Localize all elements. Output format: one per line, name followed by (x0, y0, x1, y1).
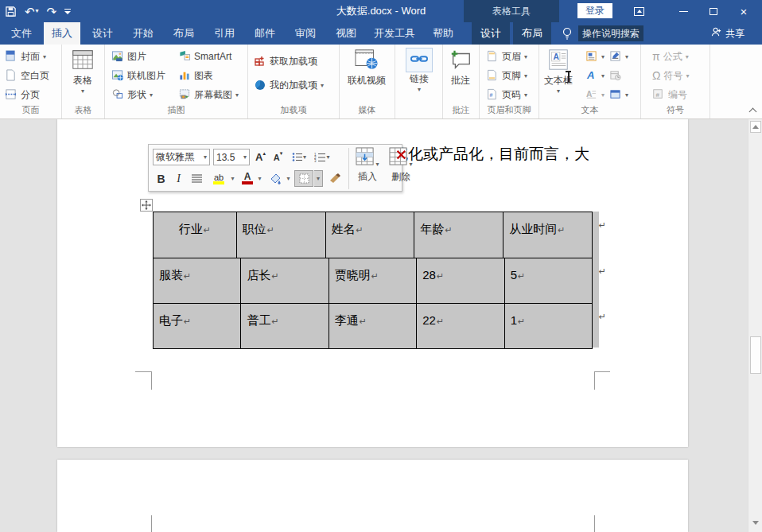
italic-button[interactable]: I (171, 169, 186, 188)
tab-table-design[interactable]: 设计 (472, 22, 510, 45)
get-addins-icon (254, 55, 266, 68)
table-cell[interactable]: 行业↵ (154, 212, 237, 258)
insert-rows-button[interactable]: ▾ 插入 (352, 147, 383, 184)
table-cell[interactable]: 服装↵ (154, 258, 241, 303)
shading-button[interactable] (266, 169, 285, 188)
numbering-button[interactable]: 123 ▾ (311, 149, 333, 165)
table-cell[interactable]: 28↵ (417, 258, 504, 303)
vertical-scrollbar[interactable] (748, 119, 762, 532)
margin-mark-bottom-left-h (135, 371, 151, 372)
table-row: 服装↵店长↵贾晓明↵28↵5↵↵ (153, 258, 593, 303)
grow-font-button[interactable]: A▴ (252, 149, 269, 165)
tab-developer[interactable]: 开发工具 (364, 22, 425, 45)
drop-cap-button[interactable]: A ▾ (585, 86, 605, 103)
highlight-button[interactable]: ab (207, 169, 231, 188)
tab-design[interactable]: 设计 (84, 22, 121, 45)
table-cell[interactable]: 电子↵ (154, 304, 241, 348)
signature-line-button[interactable]: ▾ (609, 48, 628, 65)
end-of-row-mark: ↵ (599, 312, 606, 322)
borders-dropdown[interactable]: ▾ (314, 170, 323, 187)
table-cell[interactable]: 贾晓明↵ (329, 258, 417, 303)
table-move-handle[interactable] (140, 199, 153, 212)
margin-mark-bottom-left-v (151, 371, 152, 390)
screenshot-button[interactable]: 屏幕截图▾ (178, 86, 239, 103)
get-addins-button[interactable]: 获取加载项 (254, 52, 317, 70)
tab-references[interactable]: 引用 (206, 22, 243, 45)
online-pictures-button[interactable]: 联机图片 (111, 67, 165, 84)
date-time-button[interactable] (609, 67, 622, 84)
end-of-cell-mark: ↵ (437, 316, 444, 326)
table-cell[interactable]: 1↵ (505, 304, 593, 348)
delete-table-button[interactable]: ▾ 删除 (386, 147, 416, 184)
group-pages: 封面▾ 空白页 分页 页面 (0, 45, 62, 118)
table-cell[interactable]: 普工↵ (241, 304, 329, 348)
shading-dropdown[interactable]: ▾ (285, 169, 292, 188)
tab-table-layout[interactable]: 布局 (513, 22, 551, 45)
format-painter-button[interactable] (325, 169, 344, 188)
equation-button[interactable]: π 公式▾ (652, 48, 689, 65)
font-size-combo[interactable]: 13.5▾ (213, 149, 250, 165)
smartart-button[interactable]: SmartArt (178, 48, 231, 65)
document-text-line[interactable]: 统化或产品化，目前而言，大 (393, 144, 589, 165)
font-color-dropdown[interactable]: ▾ (256, 169, 263, 188)
tab-file[interactable]: 文件 (3, 22, 40, 45)
page-number-button[interactable]: # 页码▾ (486, 86, 527, 103)
footer-button[interactable]: 页脚▾ (486, 67, 527, 84)
blank-page-button[interactable]: 空白页 (5, 67, 49, 84)
wordart-button[interactable]: A ▾ (585, 67, 605, 84)
table-cell[interactable]: 职位↵ (237, 212, 326, 258)
page-break-button[interactable]: 分页 (5, 86, 40, 103)
tab-layout[interactable]: 布局 (165, 22, 202, 45)
table-cell[interactable]: 5↵ (505, 258, 593, 303)
table-cell[interactable]: 从业时间↵ (503, 212, 593, 258)
page2-margin-mark-left (151, 515, 152, 532)
align-button[interactable] (188, 169, 205, 188)
symbol-button[interactable]: Ω 符号▾ (652, 67, 689, 84)
sign-in-button[interactable]: 登录 (577, 3, 612, 18)
number-button[interactable]: # 编号 (652, 86, 687, 103)
document-area[interactable]: 统化或产品化，目前而言，大 行业↵职位↵姓名↵年龄↵从业时间↵↵服装↵店长↵贾晓… (0, 119, 748, 532)
my-addins-button[interactable]: 我的加载项▾ (254, 76, 324, 94)
scrollbar-thumb[interactable] (750, 336, 761, 374)
table-cell[interactable]: 店长↵ (241, 258, 329, 303)
object-button[interactable]: ▾ (609, 86, 628, 103)
bold-button[interactable]: B (153, 169, 169, 188)
share-button[interactable]: 共享 (710, 22, 745, 45)
bullets-button[interactable]: ▾ (289, 149, 309, 165)
chart-button[interactable]: 图表 (178, 67, 213, 84)
maximize-button[interactable] (700, 0, 727, 22)
tab-help[interactable]: 帮助 (425, 22, 461, 45)
picture-button[interactable]: 图片 (111, 48, 146, 65)
tab-home[interactable]: 开始 (125, 22, 161, 45)
tab-insert[interactable]: 插入 (44, 22, 80, 45)
tab-mailings[interactable]: 邮件 (247, 22, 283, 45)
font-color-button[interactable]: A (239, 169, 256, 188)
tell-me-search[interactable]: 操作说明搜索 (578, 25, 643, 41)
header-button[interactable]: 页眉▾ (486, 48, 527, 65)
tab-review[interactable]: 审阅 (287, 22, 324, 45)
minimize-button[interactable] (670, 0, 697, 22)
scroll-down-button[interactable] (750, 517, 761, 529)
table-cell[interactable]: 李通↵ (329, 304, 417, 348)
font-name-combo[interactable]: 微软雅黑▾ (153, 149, 210, 165)
table-cell[interactable]: 姓名↵ (326, 212, 415, 258)
scroll-up-button[interactable] (750, 121, 761, 133)
borders-button[interactable] (294, 170, 313, 187)
cell-text: 职位 (243, 222, 266, 235)
collapse-ribbon-button[interactable] (748, 108, 758, 115)
tab-view[interactable]: 视图 (328, 22, 364, 45)
close-button[interactable]: × (730, 0, 757, 22)
table-cell[interactable]: 年龄↵ (414, 212, 503, 258)
shrink-font-button[interactable]: A▾ (270, 149, 286, 165)
quick-parts-button[interactable]: ▾ (585, 48, 605, 65)
ribbon-display-options-button[interactable] (625, 0, 652, 22)
cover-page-button[interactable]: 封面▾ (5, 48, 46, 65)
link-button[interactable]: 链接 ▾ (406, 48, 433, 93)
table-button[interactable]: 表格 ▾ (71, 48, 95, 95)
online-video-button[interactable]: 联机视频 (348, 48, 386, 87)
comment-button[interactable]: 批注 (449, 48, 472, 87)
table-cell[interactable]: 22↵ (417, 304, 504, 348)
shapes-button[interactable]: 形状▾ (111, 86, 153, 103)
group-header-footer: 页眉▾ 页脚▾ # 页码▾ 页眉和页脚 (480, 45, 539, 118)
highlight-dropdown[interactable]: ▾ (229, 169, 236, 188)
